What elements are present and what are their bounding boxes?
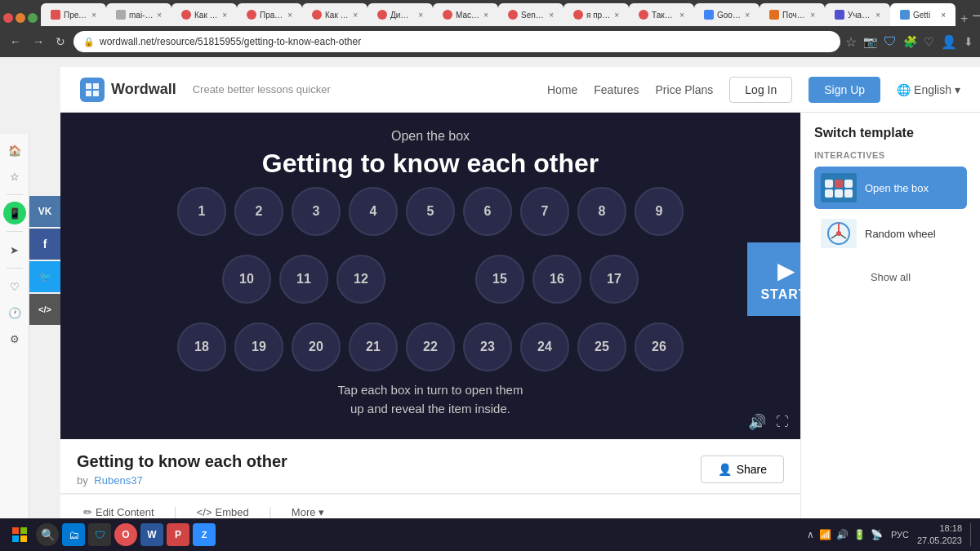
box-9[interactable]: 9 xyxy=(635,187,684,236)
time-display: 18:18 xyxy=(917,522,962,535)
fullscreen-button[interactable]: ⛶ xyxy=(776,413,789,431)
facebook-share-button[interactable]: f xyxy=(29,229,60,260)
minimize-button[interactable]: ─ xyxy=(973,8,980,23)
language-label: English xyxy=(914,83,951,96)
signup-button[interactable]: Sign Up xyxy=(808,77,880,103)
twitter-share-button[interactable]: 🐦 xyxy=(29,261,60,292)
logo-text: Wordwall xyxy=(111,81,176,98)
browser-home-icon[interactable]: 🏠 xyxy=(3,139,26,162)
box-5[interactable]: 5 xyxy=(406,187,455,236)
tab-google[interactable]: Google× xyxy=(694,3,760,26)
box-26[interactable]: 26 xyxy=(635,322,684,371)
edit-content-button[interactable]: ✏ Edit Content xyxy=(77,503,161,518)
svg-point-13 xyxy=(836,231,841,236)
box-24[interactable]: 24 xyxy=(520,322,569,371)
taskbar-search[interactable]: 🔍 xyxy=(36,523,59,546)
heart-sidebar-icon[interactable]: ♡ xyxy=(3,275,26,298)
taskbar-app-opera[interactable]: O xyxy=(114,523,137,546)
chevron-up-icon[interactable]: ∧ xyxy=(807,529,814,540)
box-20[interactable]: 20 xyxy=(292,322,341,371)
template-random-wheel[interactable]: Random wheel xyxy=(814,212,967,255)
share-button[interactable]: 👤 Share xyxy=(701,455,784,483)
nav-price-plans[interactable]: Price Plans xyxy=(656,83,714,96)
taskbar-system-tray: ∧ 📶 🔊 🔋 📡 xyxy=(807,529,883,540)
tab-pochta[interactable]: Почта М× xyxy=(760,3,825,26)
clock-icon[interactable]: 🕐 xyxy=(3,301,26,324)
taskbar-app-defender[interactable]: 🛡 xyxy=(88,523,111,546)
tab-master[interactable]: Мастер× xyxy=(433,3,498,26)
tab-uchastni[interactable]: Участни× xyxy=(825,3,890,26)
box-3[interactable]: 3 xyxy=(292,187,341,236)
back-button[interactable]: ← xyxy=(7,33,24,50)
taskbar-app-zoom[interactable]: Z xyxy=(193,523,216,546)
box-17[interactable]: 17 xyxy=(590,255,639,304)
show-all-button[interactable]: Show all xyxy=(814,264,967,290)
game-canvas[interactable]: Open the box Getting to know each other … xyxy=(60,113,800,439)
box-25[interactable]: 25 xyxy=(577,322,626,371)
box-18[interactable]: 18 xyxy=(177,322,226,371)
tab-takaya[interactable]: Такая в× xyxy=(629,3,694,26)
taskbar-clock[interactable]: 18:18 27.05.2023 xyxy=(917,522,962,548)
box-10[interactable]: 10 xyxy=(222,255,271,304)
show-desktop-button[interactable] xyxy=(970,523,973,546)
template-open-box[interactable]: Open the box xyxy=(814,167,967,209)
info-bar: Getting to know each other by Rubens37 👤… xyxy=(60,439,800,494)
tab-kakbys2[interactable]: Как быс× xyxy=(302,3,368,26)
browser-star-icon[interactable]: ☆ xyxy=(3,165,26,188)
volume-icon: 🔊 xyxy=(836,529,849,540)
profile-icon: 👤 xyxy=(941,34,957,50)
tab-kakbys1[interactable]: Как быс× xyxy=(172,3,237,26)
refresh-button[interactable]: ↻ xyxy=(52,33,69,50)
taskbar-app-ppt[interactable]: P xyxy=(167,523,189,546)
tab-probeg[interactable]: я про бег× xyxy=(564,3,629,26)
tab-prakti[interactable]: Практи× xyxy=(237,3,302,26)
box-6[interactable]: 6 xyxy=(463,187,512,236)
share-label: Share xyxy=(737,463,767,476)
box-22[interactable]: 22 xyxy=(406,322,455,371)
box-11[interactable]: 11 xyxy=(279,255,328,304)
box-8[interactable]: 8 xyxy=(577,187,626,236)
wordwall-logo-svg xyxy=(84,82,100,98)
new-tab-button[interactable]: + xyxy=(956,11,973,26)
box-19[interactable]: 19 xyxy=(234,322,283,371)
more-button[interactable]: More ▾ xyxy=(285,503,332,518)
battery-icon: 🔋 xyxy=(853,529,866,540)
forward-button[interactable]: → xyxy=(29,33,47,50)
box-4[interactable]: 4 xyxy=(349,187,398,236)
box-23[interactable]: 23 xyxy=(463,322,512,371)
volume-button[interactable]: 🔊 xyxy=(748,413,766,431)
taskbar-app-word[interactable]: W xyxy=(140,523,163,546)
box-16[interactable]: 16 xyxy=(532,255,581,304)
code-share-button[interactable]: </> xyxy=(29,294,60,325)
nav-features[interactable]: Features xyxy=(594,83,639,96)
whatsapp-icon[interactable]: 📱 xyxy=(3,202,26,224)
box-2[interactable]: 2 xyxy=(234,187,283,236)
nav-home[interactable]: Home xyxy=(547,83,577,96)
login-button[interactable]: Log In xyxy=(729,77,792,103)
author-link[interactable]: Rubens37 xyxy=(94,474,142,487)
tab-predlo[interactable]: Предло× xyxy=(41,3,106,26)
logo[interactable]: Wordwall xyxy=(80,78,176,102)
settings-icon[interactable]: ⚙ xyxy=(3,327,26,350)
box-7[interactable]: 7 xyxy=(520,187,569,236)
box-15[interactable]: 15 xyxy=(475,255,524,304)
keyboard-layout[interactable]: РУС xyxy=(891,530,909,540)
language-selector[interactable]: 🌐 English ▾ xyxy=(897,83,960,96)
tab-maidet[interactable]: mai-det× xyxy=(106,3,172,26)
tab-getti[interactable]: Getti× xyxy=(890,3,956,26)
tab-sentenc[interactable]: Sentenc× xyxy=(498,3,564,26)
box-1[interactable]: 1 xyxy=(177,187,226,236)
svg-rect-7 xyxy=(844,180,853,188)
vk-share-button[interactable]: VK xyxy=(29,196,60,227)
embed-button[interactable]: </> Embed xyxy=(190,503,256,518)
globe-icon: 🌐 xyxy=(897,83,911,96)
send-icon[interactable]: ➤ xyxy=(3,238,26,261)
taskbar-app-explorer[interactable]: 🗂 xyxy=(62,523,85,546)
facebook-icon: f xyxy=(43,238,47,251)
start-button-taskbar[interactable] xyxy=(7,522,33,548)
start-button[interactable]: ▶ START xyxy=(747,242,800,316)
tab-difton[interactable]: Дифтон× xyxy=(368,3,433,26)
panel-title: Switch template xyxy=(814,126,967,140)
box-21[interactable]: 21 xyxy=(349,322,398,371)
box-12[interactable]: 12 xyxy=(336,255,385,304)
